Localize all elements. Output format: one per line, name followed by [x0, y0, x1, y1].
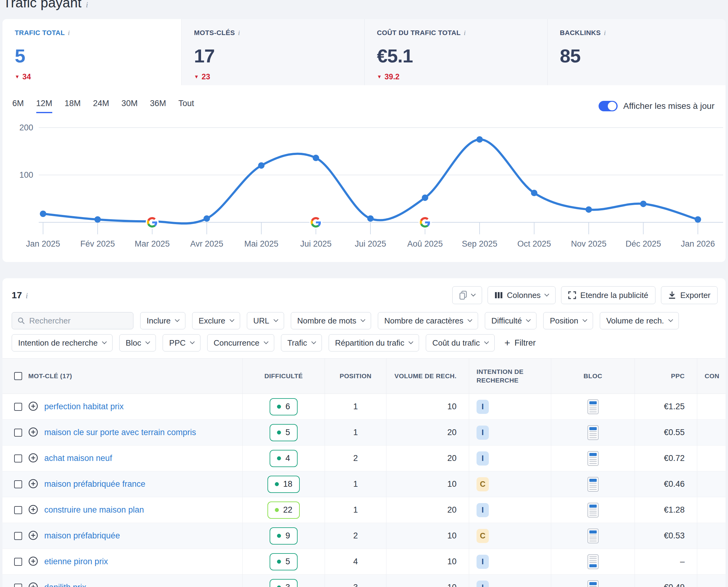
data-point[interactable]	[313, 155, 319, 161]
add-keyword-button[interactable]	[28, 427, 38, 438]
summary-card[interactable]: BACKLINKSi85	[547, 19, 726, 85]
row-checkbox[interactable]	[14, 584, 22, 587]
filter-concurrence[interactable]: Concurrence	[207, 334, 274, 351]
keyword-cell: maison préfabriquée	[2, 523, 242, 548]
data-point[interactable]	[640, 201, 647, 207]
filter-url[interactable]: URL	[247, 312, 284, 329]
filter-co-t-du-trafic[interactable]: Coût du trafic	[426, 334, 495, 351]
data-point[interactable]	[586, 206, 592, 213]
data-point[interactable]	[477, 136, 483, 143]
add-keyword-icon[interactable]	[28, 504, 38, 514]
export-button[interactable]: Exporter	[661, 286, 718, 304]
copy-button[interactable]	[452, 286, 482, 304]
keyword-link[interactable]: construire une maison plan	[44, 505, 144, 515]
row-checkbox[interactable]	[14, 558, 22, 566]
add-keyword-icon[interactable]	[28, 479, 38, 489]
info-icon[interactable]: i	[68, 29, 70, 37]
add-keyword-button[interactable]	[28, 453, 38, 464]
chevron-down-icon	[471, 292, 476, 297]
filter-difficult-[interactable]: Difficulté	[485, 312, 536, 329]
add-keyword-icon[interactable]	[28, 582, 38, 587]
table-row: maison préfabriquée france18110C€0.46	[2, 471, 726, 497]
expand-ads-button[interactable]: Etendre la publicité	[561, 286, 655, 304]
volume-cell: 10	[386, 523, 469, 548]
info-icon[interactable]: i	[238, 29, 240, 37]
range-tab-36m[interactable]: 36M	[150, 99, 166, 113]
keyword-count-info-icon[interactable]: i	[25, 291, 28, 300]
summary-card[interactable]: COÛT DU TRAFIC TOTALi€5.1▼39.2	[364, 19, 547, 85]
add-keyword-button[interactable]	[28, 531, 38, 541]
keyword-link[interactable]: maison préfabriquée	[44, 531, 120, 541]
row-checkbox[interactable]	[14, 429, 22, 437]
chevron-down-icon	[190, 339, 195, 345]
summary-card[interactable]: TRAFIC TOTALi5▼34	[2, 19, 181, 85]
ppc-cell: €0.49	[634, 575, 697, 587]
keyword-link[interactable]: etienne piron prix	[44, 557, 108, 566]
table-row: maison préfabriquée9210C€0.53	[2, 523, 726, 549]
search-input[interactable]	[29, 316, 121, 326]
keyword-link[interactable]: maison cle sur porte avec terrain compri…	[44, 428, 196, 437]
y-axis-tick-label: 200	[19, 123, 33, 132]
filter-trafic[interactable]: Trafic	[281, 334, 322, 351]
info-icon[interactable]: i	[464, 29, 466, 37]
range-tab-12m[interactable]: 12M	[36, 99, 53, 113]
toggle-switch[interactable]	[599, 101, 617, 111]
data-point[interactable]	[40, 211, 46, 217]
add-filter-button[interactable]: +Filtrer	[502, 334, 539, 351]
filter-position[interactable]: Position	[543, 312, 593, 329]
row-checkbox[interactable]	[14, 403, 22, 411]
add-keyword-button[interactable]	[28, 479, 38, 490]
data-point[interactable]	[531, 190, 537, 196]
position-value: 3	[353, 583, 358, 587]
range-tab-6m[interactable]: 6M	[12, 99, 24, 113]
keyword-link[interactable]: maison préfabriquée france	[44, 479, 145, 489]
filter-nombre-de-caract-res[interactable]: Nombre de caractères	[378, 312, 478, 329]
data-point[interactable]	[695, 216, 701, 222]
row-checkbox[interactable]	[14, 454, 22, 463]
add-keyword-button[interactable]	[28, 582, 38, 587]
summary-card[interactable]: MOTS-CLÉSi17▼23	[181, 19, 364, 85]
filter-ppc[interactable]: PPC	[163, 334, 200, 351]
keyword-cell: danilith prix	[2, 575, 242, 587]
difficulty-value: 3	[285, 583, 290, 587]
add-keyword-button[interactable]	[28, 401, 38, 412]
range-tab-30m[interactable]: 30M	[121, 99, 138, 113]
data-point[interactable]	[203, 215, 210, 222]
add-keyword-button[interactable]	[28, 556, 38, 567]
filter-volume-de-rech-[interactable]: Volume de rech.	[600, 312, 679, 329]
add-keyword-icon[interactable]	[28, 427, 38, 437]
filter-intention-de-recherche[interactable]: Intention de recherche	[12, 334, 113, 351]
keyword-link[interactable]: achat maison neuf	[44, 453, 112, 463]
updates-toggle[interactable]: Afficher les mises à jour	[599, 101, 714, 111]
search-box[interactable]	[12, 312, 134, 329]
range-tab-tout[interactable]: Tout	[178, 99, 194, 113]
row-checkbox[interactable]	[14, 532, 22, 540]
filter-r-partition-du-trafic[interactable]: Répartition du trafic	[329, 334, 419, 351]
table-row: achat maison neuf4220I€0.72	[2, 446, 726, 471]
range-tab-24m[interactable]: 24M	[93, 99, 110, 113]
data-point[interactable]	[258, 162, 265, 169]
filter-inclure[interactable]: Inclure	[140, 312, 186, 329]
select-all-checkbox[interactable]	[14, 372, 22, 380]
keyword-link[interactable]: perfection habitat prix	[44, 402, 124, 412]
filter-bloc[interactable]: Bloc	[119, 334, 156, 351]
page-title-info-icon[interactable]: i	[86, 0, 88, 9]
range-tab-18m[interactable]: 18M	[65, 99, 81, 113]
info-icon[interactable]: i	[604, 29, 606, 37]
filter-label: Coût du trafic	[432, 338, 480, 348]
keyword-link[interactable]: danilith prix	[44, 583, 87, 587]
data-point[interactable]	[367, 215, 374, 222]
data-point[interactable]	[422, 194, 428, 201]
filter-exclure[interactable]: Exclure	[192, 312, 240, 329]
row-checkbox[interactable]	[14, 506, 22, 514]
row-checkbox[interactable]	[14, 480, 22, 488]
add-keyword-button[interactable]	[28, 504, 38, 516]
add-keyword-icon[interactable]	[28, 401, 38, 411]
add-keyword-icon[interactable]	[28, 531, 38, 540]
data-point[interactable]	[94, 216, 101, 222]
add-keyword-icon[interactable]	[28, 453, 38, 463]
filter-nombre-de-mots[interactable]: Nombre de mots	[291, 312, 371, 329]
columns-button[interactable]: Colonnes	[488, 286, 556, 304]
add-keyword-icon[interactable]	[28, 556, 38, 566]
bloc-cell	[551, 446, 634, 471]
